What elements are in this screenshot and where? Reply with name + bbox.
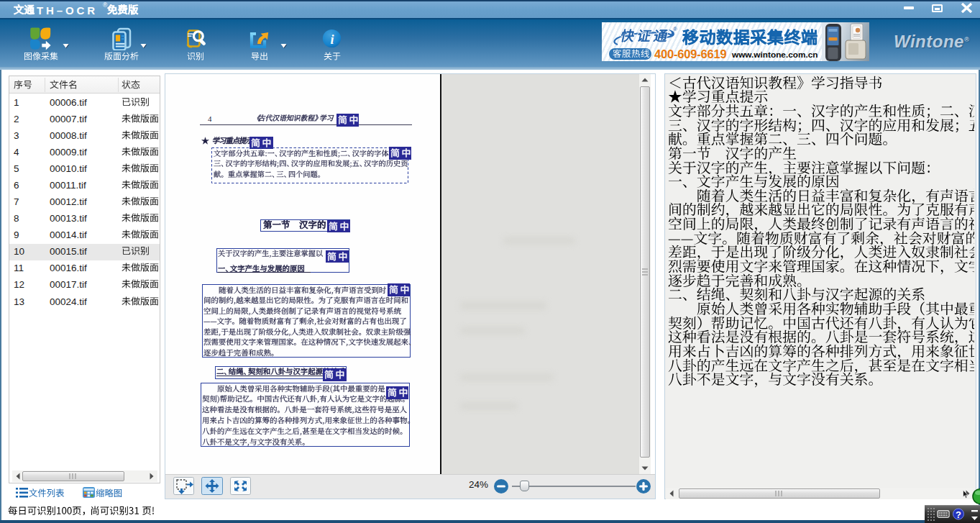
- svg-text:?: ?: [956, 509, 961, 520]
- svg-text:i: i: [330, 32, 334, 47]
